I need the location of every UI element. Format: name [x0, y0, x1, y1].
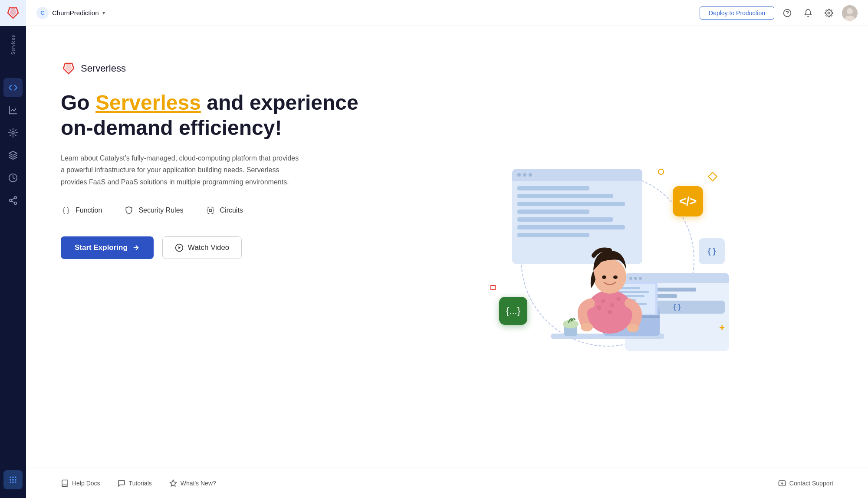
sidebar-bottom — [3, 470, 23, 489]
svg-point-48 — [613, 275, 618, 279]
message-icon — [118, 479, 125, 487]
whats-new-link[interactable]: What's New? — [169, 479, 216, 487]
sidebar-logo — [0, 0, 26, 26]
header-project-selector[interactable]: C ChurnPrediction ▾ — [36, 7, 105, 19]
circuit-icon — [205, 205, 216, 216]
bell-icon-button[interactable] — [800, 5, 816, 21]
svg-line-7 — [12, 201, 14, 203]
project-icon: C — [36, 7, 49, 19]
person-illustration — [542, 212, 664, 360]
svg-point-52 — [597, 305, 601, 310]
chevron-down-icon: ▾ — [102, 10, 105, 16]
api-badge: {...} — [499, 297, 527, 325]
illustration: { } — [486, 160, 729, 360]
sidebar-item-monitoring[interactable] — [3, 168, 23, 187]
sidebar-item-integrations[interactable] — [3, 146, 23, 165]
circle-decoration — [658, 169, 664, 175]
watch-video-button[interactable]: Watch Video — [162, 236, 242, 259]
svg-point-53 — [608, 310, 612, 314]
svg-point-20 — [828, 12, 830, 14]
json-badge: { } — [699, 238, 725, 264]
sidebar-item-analytics[interactable] — [3, 101, 23, 120]
svg-rect-14 — [15, 479, 16, 480]
square-decoration — [490, 285, 496, 290]
feature-circuits-label: Circuits — [220, 206, 243, 214]
settings-icon-button[interactable] — [821, 5, 837, 21]
svg-rect-9 — [10, 477, 11, 478]
plus-decoration: + — [719, 322, 725, 334]
shield-icon — [124, 205, 134, 216]
diamond-decoration — [708, 172, 718, 182]
svg-rect-26 — [209, 209, 211, 211]
svg-point-47 — [602, 275, 606, 279]
content-body: Serverless Go Serverless and experience … — [26, 26, 868, 468]
sidebar: Services — [0, 0, 26, 498]
user-avatar[interactable] — [842, 5, 858, 21]
arrow-right-icon — [132, 244, 140, 252]
hero-heading: Go Serverless and experience on-demand e… — [61, 90, 365, 140]
play-circle-icon — [175, 243, 184, 252]
svg-rect-12 — [10, 479, 11, 480]
project-name: ChurnPrediction — [52, 9, 99, 16]
svg-rect-13 — [12, 479, 13, 480]
feature-function-label: Function — [76, 206, 102, 214]
code-badge: </> — [673, 186, 703, 216]
feature-function: { } Function — [61, 205, 102, 216]
sidebar-nav — [0, 78, 26, 210]
svg-point-50 — [610, 303, 614, 308]
help-docs-link[interactable]: Help Docs — [61, 479, 100, 487]
sidebar-item-connections[interactable] — [3, 191, 23, 210]
svg-point-22 — [847, 8, 853, 14]
star-icon — [169, 479, 177, 487]
feature-security-rules-label: Security Rules — [138, 206, 183, 214]
sidebar-item-serverless[interactable] — [3, 78, 23, 97]
sidebar-item-ml[interactable] — [3, 123, 23, 142]
deploy-to-production-button[interactable]: Deploy to Production — [700, 7, 774, 20]
svg-rect-15 — [10, 482, 11, 483]
start-exploring-button[interactable]: Start Exploring — [61, 236, 154, 259]
svg-point-49 — [601, 299, 605, 303]
support-icon — [778, 479, 786, 487]
sidebar-apps-button[interactable] — [3, 470, 23, 489]
main-content: Serverless Go Serverless and experience … — [26, 26, 868, 498]
svg-rect-17 — [15, 482, 16, 483]
book-icon — [61, 479, 69, 487]
main-area: C ChurnPrediction ▾ Deploy to Production — [26, 0, 868, 498]
svg-point-51 — [616, 297, 621, 301]
footer: Help Docs Tutorials What's New? — [26, 468, 868, 498]
header: C ChurnPrediction ▾ Deploy to Production — [26, 0, 868, 26]
features-list: { } Function Security Rules — [61, 205, 365, 216]
svg-marker-29 — [178, 246, 181, 249]
curly-braces-icon: { } — [61, 205, 71, 216]
brand-header: Serverless — [61, 61, 365, 76]
svg-rect-16 — [12, 482, 13, 483]
brand-title: Serverless — [81, 63, 126, 74]
left-panel: Serverless Go Serverless and experience … — [61, 52, 365, 468]
svg-rect-11 — [15, 477, 16, 478]
tutorials-link[interactable]: Tutorials — [118, 479, 152, 487]
hero-description: Learn about Catalyst's fully-managed, cl… — [61, 152, 304, 188]
svg-marker-54 — [170, 480, 176, 486]
svg-point-43 — [581, 323, 593, 331]
right-panel: { } — [382, 52, 833, 468]
feature-circuits: Circuits — [205, 205, 243, 216]
svg-point-44 — [627, 324, 639, 332]
contact-support-link[interactable]: Contact Support — [778, 479, 833, 487]
feature-security-rules: Security Rules — [124, 205, 183, 216]
hero-heading-highlight: Serverless — [95, 91, 201, 114]
help-icon-button[interactable] — [779, 5, 795, 21]
serverless-logo-icon — [61, 61, 76, 76]
svg-point-2 — [12, 131, 14, 134]
svg-rect-10 — [12, 477, 13, 478]
svg-line-8 — [12, 198, 14, 200]
action-buttons: Start Exploring Watch Video — [61, 236, 365, 259]
sidebar-services-label: Services — [11, 35, 16, 55]
